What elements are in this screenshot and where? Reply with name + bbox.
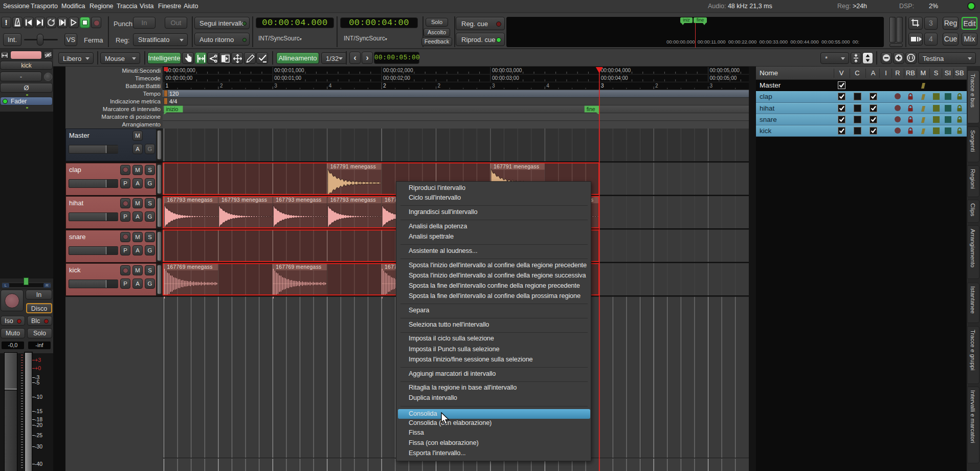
- svg-text:00:00:04:00: 00:00:04:00: [601, 75, 628, 81]
- svg-text:00:00:03.000: 00:00:03.000: [492, 68, 522, 73]
- svg-text:4/4: 4/4: [169, 98, 177, 104]
- svg-text:3: 3: [601, 82, 604, 89]
- svg-text:167793 menegass: 167793 menegass: [276, 197, 321, 203]
- svg-text:00:00:03:00: 00:00:03:00: [492, 75, 519, 81]
- svg-text:00:00:00.000: 00:00:00.000: [166, 68, 196, 73]
- svg-text:3: 3: [274, 83, 277, 89]
- svg-text:4: 4: [546, 83, 549, 89]
- svg-text:00:00:05.000: 00:00:05.000: [710, 68, 740, 73]
- svg-text:167791 menegass: 167791 menegass: [330, 164, 376, 169]
- svg-text:4: 4: [329, 83, 332, 89]
- svg-text:167791 menegass: 167791 menegass: [494, 164, 539, 169]
- svg-text:2: 2: [220, 83, 223, 89]
- svg-text:167769 menegass: 167769 menegass: [167, 264, 213, 270]
- svg-text:167793 menegass: 167793 menegass: [330, 197, 376, 203]
- svg-text:167793 menegass: 167793 menegass: [167, 197, 213, 203]
- svg-text:00:00:01:00: 00:00:01:00: [274, 75, 301, 81]
- svg-text:1: 1: [166, 82, 169, 89]
- svg-text:167793 menegass: 167793 menegass: [221, 197, 267, 203]
- svg-text:2: 2: [655, 83, 658, 89]
- svg-text:2: 2: [383, 82, 386, 89]
- svg-text:00:00:02:00: 00:00:02:00: [383, 75, 410, 81]
- svg-text:3: 3: [710, 83, 713, 89]
- svg-text:00:00:04.000: 00:00:04.000: [601, 68, 631, 73]
- svg-text:00:00:00:00: 00:00:00:00: [166, 75, 193, 81]
- svg-text:inizio: inizio: [166, 106, 179, 112]
- svg-text:167769 menegass: 167769 menegass: [276, 264, 321, 270]
- svg-text:00:00:02.000: 00:00:02.000: [383, 68, 413, 73]
- svg-text:3: 3: [492, 83, 495, 89]
- svg-text:2: 2: [438, 83, 441, 89]
- svg-text:fine: fine: [587, 106, 595, 112]
- svg-text:120: 120: [169, 91, 179, 97]
- svg-text:00:00:05:00: 00:00:05:00: [710, 75, 737, 81]
- svg-text:00:00:01.000: 00:00:01.000: [274, 68, 304, 73]
